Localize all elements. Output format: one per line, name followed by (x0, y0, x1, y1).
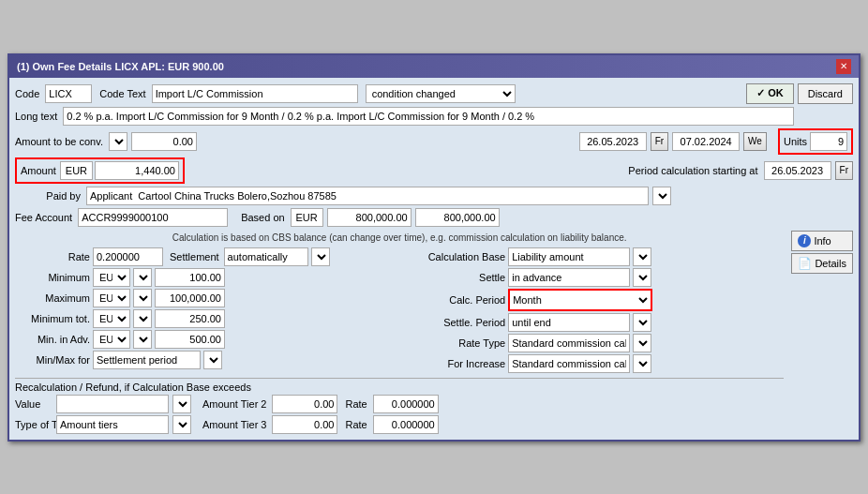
fee-account-input[interactable]: ACCR9999000100 (78, 208, 228, 227)
type-input[interactable]: Amount tiers (56, 415, 169, 434)
min-tot-input[interactable]: 250.00 (155, 309, 225, 328)
paid-by-label: Paid by (15, 190, 81, 202)
max-currency-select[interactable]: EUR (93, 289, 130, 307)
for-increase-label: For Increase (402, 358, 505, 369)
min-tot-label: Minimum tot. (15, 313, 90, 324)
details-icon: 📄 (798, 257, 812, 270)
paid-by-select[interactable] (652, 187, 671, 205)
tier2-rate-input[interactable]: 0.000000 (373, 395, 439, 413)
date2-input[interactable]: 07.02.2024 (672, 132, 740, 151)
tier3-rate-label: Rate (345, 419, 367, 430)
amount-currency-input[interactable]: EUR (60, 161, 93, 180)
code-label: Code (15, 88, 39, 99)
minadv-select2[interactable] (133, 330, 152, 349)
min-select2[interactable] (133, 268, 152, 287)
value-input[interactable] (56, 395, 169, 413)
condition-select[interactable]: condition changed (366, 84, 516, 103)
calc-period-select[interactable] (632, 291, 651, 309)
close-button[interactable]: ✕ (836, 59, 851, 74)
details-button[interactable]: 📄 Details (791, 253, 853, 274)
info-button[interactable]: i Info (791, 231, 853, 251)
for-increase-input[interactable]: Standard commission calc. (508, 354, 630, 373)
settlement-select[interactable] (311, 247, 330, 266)
value-label: Value (15, 398, 52, 410)
minmax-select[interactable] (203, 351, 222, 369)
based-on-amount1-input[interactable]: 800,000.00 (327, 208, 412, 227)
min-max-input[interactable]: Settlement period (93, 351, 201, 369)
settlement-label: Settlement (170, 251, 219, 262)
atbc-select[interactable] (109, 132, 127, 151)
period-fr-button[interactable]: Fr (835, 161, 853, 180)
based-on-label: Based on (241, 212, 284, 223)
fr1-button[interactable]: Fr (651, 132, 668, 151)
calc-note: Calculation is based on CBS balance (can… (15, 231, 784, 245)
for-increase-select[interactable] (633, 354, 651, 373)
amount-label: Amount (21, 165, 56, 176)
settle-period-input[interactable]: until end (508, 313, 630, 332)
minadv-currency-select[interactable]: EUR (93, 330, 130, 349)
tier3-label: Amount Tier 3 (202, 419, 266, 430)
rate-type-select[interactable] (633, 334, 651, 352)
max-select2[interactable] (133, 289, 152, 307)
recalc-title: Recalculation / Refund, if Calculation B… (15, 382, 784, 393)
type-select[interactable] (172, 415, 191, 434)
maximum-label: Maximum (15, 292, 90, 304)
min-currency-select[interactable]: EUR (93, 268, 130, 287)
code-text-input[interactable]: Import L/C Commission (152, 84, 358, 103)
long-text-input[interactable]: 0.2 % p.a. Import L/C Commission for 9 M… (63, 107, 794, 126)
based-on-amount2-input[interactable]: 800,000.00 (415, 208, 500, 227)
paid-by-input[interactable]: Applicant Cartool China Trucks Bolero,So… (86, 187, 649, 205)
value-select[interactable] (172, 395, 191, 413)
calc-base-input[interactable]: Liability amount (508, 247, 630, 266)
amount-value-input[interactable]: 1,440.00 (95, 161, 179, 180)
atbc-label: Amount to be conv. (15, 136, 103, 147)
tier2-label: Amount Tier 2 (202, 398, 266, 410)
main-window: (1) Own Fee Details LICX APL: EUR 900.00… (7, 53, 861, 442)
ok-button[interactable]: ✓ OK (746, 83, 794, 104)
calc-period-label: Calc. Period (402, 294, 505, 306)
settle-input[interactable]: in advance (508, 268, 630, 287)
we-button[interactable]: We (743, 132, 767, 151)
min-max-label: Min/Max for (15, 354, 90, 366)
details-label: Details (815, 258, 846, 269)
settle-period-label: Settle. Period (402, 317, 505, 328)
calc-base-label: Calculation Base (402, 251, 505, 262)
code-input[interactable]: LICX (45, 84, 92, 103)
rate-type-input[interactable]: Standard commission calc. (508, 334, 630, 352)
period-label: Period calculation starting at (628, 165, 757, 176)
settlement-input[interactable]: automatically (224, 247, 308, 266)
tier3-input[interactable]: 0.00 (272, 415, 337, 434)
settle-select[interactable] (633, 268, 651, 287)
long-text-label: Long text (15, 111, 57, 122)
minimum-label: Minimum (15, 272, 90, 283)
type-label: Type of Tiers (15, 419, 52, 430)
atbc-input[interactable]: 0.00 (131, 132, 197, 151)
tier2-input[interactable]: 0.00 (272, 395, 337, 413)
min-adv-input[interactable]: 500.00 (155, 330, 225, 349)
based-on-currency-input[interactable]: EUR (291, 208, 323, 227)
date1-input[interactable]: 26.05.2023 (579, 132, 647, 151)
window-title: (1) Own Fee Details LICX APL: EUR 900.00 (17, 61, 224, 72)
mintot-currency-select[interactable]: EUR (93, 309, 130, 328)
rate-label: Rate (15, 251, 90, 262)
units-label: Units (784, 136, 807, 147)
mintot-select2[interactable] (133, 309, 152, 328)
units-input[interactable]: 9 (810, 132, 847, 151)
info-icon: i (798, 234, 811, 247)
code-text-label: Code Text (99, 88, 145, 99)
min-adv-label: Min. in Adv. (15, 334, 90, 345)
discard-button[interactable]: Discard (798, 83, 853, 104)
tier2-rate-label: Rate (345, 398, 367, 410)
rate-type-label: Rate Type (402, 337, 505, 349)
tier3-rate-input[interactable]: 0.000000 (373, 415, 439, 434)
calc-base-select[interactable] (633, 247, 651, 266)
minimum-input[interactable]: 100.00 (155, 268, 225, 287)
title-bar: (1) Own Fee Details LICX APL: EUR 900.00… (9, 55, 859, 78)
settle-label: Settle (402, 272, 505, 283)
calc-period-input[interactable]: Month (510, 291, 632, 309)
period-value-input[interactable]: 26.05.2023 (764, 161, 831, 180)
info-label: Info (814, 235, 831, 247)
settle-period-select[interactable] (633, 313, 651, 332)
rate-input[interactable]: 0.200000 (93, 247, 163, 266)
maximum-input[interactable]: 100,000.00 (155, 289, 225, 307)
